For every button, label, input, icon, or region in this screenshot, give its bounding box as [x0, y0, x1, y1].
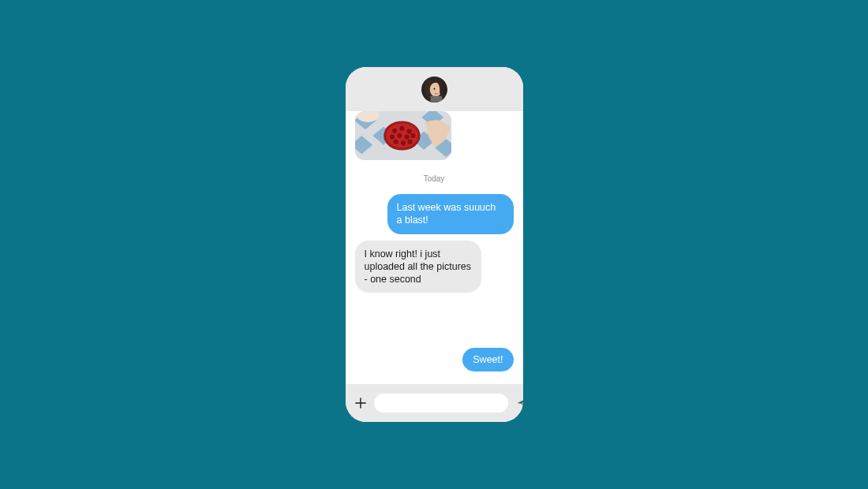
chat-header — [346, 67, 523, 111]
message-row: Last week was suuuch a blast! — [355, 194, 514, 234]
outgoing-message[interactable]: Sweet! — [462, 348, 513, 371]
svg-point-18 — [404, 134, 409, 139]
plus-icon — [355, 398, 366, 409]
composer-bar — [346, 384, 523, 422]
phone-frame: Today Last week was suuuch a blast! I kn… — [346, 67, 523, 422]
svg-point-19 — [410, 133, 415, 138]
image-attachment[interactable] — [355, 111, 451, 160]
message-thread[interactable]: Today Last week was suuuch a blast! I kn… — [346, 111, 523, 384]
svg-point-22 — [407, 140, 412, 144]
attachment-thumbnail — [355, 111, 451, 160]
svg-point-15 — [406, 129, 411, 133]
date-separator: Today — [355, 174, 514, 183]
svg-point-21 — [400, 140, 405, 145]
message-row: I know right! i just uploaded all the pi… — [355, 241, 514, 293]
message-row: Sweet! — [355, 348, 514, 371]
svg-rect-3 — [430, 95, 442, 102]
outgoing-message[interactable]: Last week was suuuch a blast! — [387, 194, 514, 234]
send-icon — [516, 397, 523, 409]
contact-avatar[interactable] — [421, 77, 447, 103]
avatar-image — [421, 77, 447, 103]
svg-point-20 — [393, 140, 398, 144]
svg-point-2 — [433, 88, 435, 89]
message-input[interactable] — [374, 394, 508, 412]
svg-point-17 — [397, 133, 402, 138]
svg-point-14 — [399, 126, 404, 131]
thread-spacer — [355, 299, 514, 348]
add-attachment-button[interactable] — [355, 397, 366, 409]
incoming-message[interactable]: I know right! i just uploaded all the pi… — [355, 241, 481, 293]
svg-point-13 — [392, 129, 397, 133]
svg-point-16 — [389, 134, 394, 139]
send-button[interactable] — [516, 396, 523, 410]
